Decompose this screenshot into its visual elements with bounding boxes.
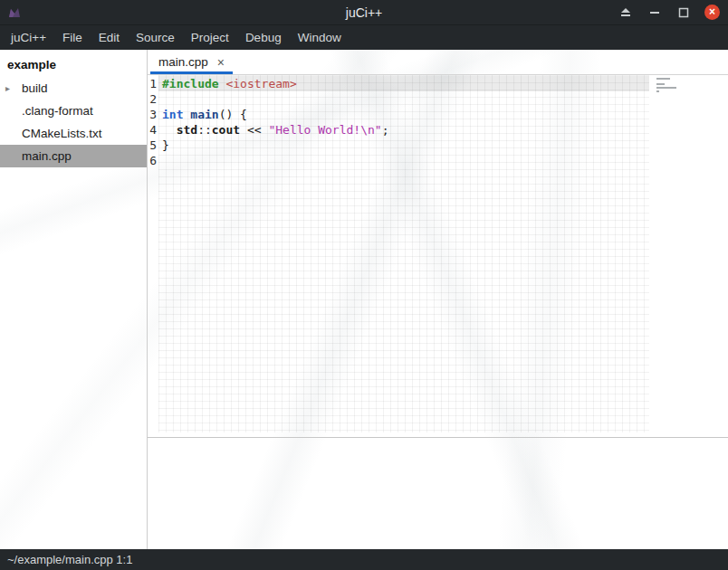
code-text bbox=[158, 153, 162, 168]
line-number: 3 bbox=[148, 107, 158, 122]
code-text: } bbox=[158, 138, 169, 153]
tree-item-label: .clang-format bbox=[22, 104, 93, 118]
code-editor[interactable]: 1#include <iostream> 2 3int main() { 4 s… bbox=[148, 75, 728, 432]
source-map[interactable] bbox=[656, 78, 680, 94]
tree-item-label: build bbox=[22, 81, 48, 95]
status-file-position: ~/example/main.cpp 1:1 bbox=[7, 553, 132, 566]
menu-project[interactable]: Project bbox=[183, 26, 237, 49]
keep-above-icon[interactable] bbox=[618, 5, 633, 20]
code-text: int main() { bbox=[158, 107, 247, 122]
tree-item-build[interactable]: ▸ build bbox=[0, 77, 147, 100]
code-text bbox=[158, 91, 162, 107]
content-area: example ▸ build .clang-format CMakeLists… bbox=[0, 50, 728, 549]
source-map-line bbox=[656, 87, 676, 89]
tabbar: main.cpp × bbox=[148, 50, 728, 75]
code-text: std::cout << "Hello World!\n"; bbox=[158, 122, 388, 138]
titlebar[interactable]: juCi++ × bbox=[0, 0, 728, 25]
tab-close-icon[interactable]: × bbox=[217, 56, 225, 69]
code-lines: 1#include <iostream> 2 3int main() { 4 s… bbox=[148, 75, 728, 168]
editor-column: main.cpp × 1#include <iostream> 2 3int m… bbox=[148, 50, 728, 549]
tree-root-example[interactable]: example bbox=[0, 53, 147, 77]
jucipp-window: juCi++ × juCi++ File Edit Source Project… bbox=[0, 0, 728, 570]
code-line[interactable]: 5} bbox=[148, 138, 728, 153]
close-button[interactable]: × bbox=[704, 5, 720, 20]
maximize-button[interactable] bbox=[675, 5, 691, 20]
tree-item-label: CMakeLists.txt bbox=[22, 127, 102, 140]
tree-item-label: main.cpp bbox=[22, 149, 72, 163]
output-panel[interactable] bbox=[148, 438, 728, 549]
menu-debug[interactable]: Debug bbox=[237, 26, 290, 49]
source-map-line bbox=[656, 90, 659, 92]
code-line[interactable]: 6 bbox=[148, 153, 728, 168]
minimize-button[interactable] bbox=[647, 5, 662, 20]
line-number: 4 bbox=[148, 122, 158, 138]
menu-file[interactable]: File bbox=[54, 26, 91, 49]
statusbar: ~/example/main.cpp 1:1 bbox=[0, 549, 728, 570]
menu-jucipp[interactable]: juCi++ bbox=[3, 26, 54, 49]
file-tree-panel: example ▸ build .clang-format CMakeLists… bbox=[0, 50, 148, 549]
tree-item-main-cpp[interactable]: main.cpp bbox=[0, 145, 147, 167]
source-map-line bbox=[656, 83, 665, 85]
menu-window[interactable]: Window bbox=[290, 26, 350, 49]
jucipp-logo-icon bbox=[7, 5, 23, 20]
source-map-line bbox=[656, 78, 670, 80]
tab-main-cpp[interactable]: main.cpp × bbox=[148, 50, 235, 74]
line-number: 5 bbox=[148, 138, 158, 153]
menu-edit[interactable]: Edit bbox=[91, 26, 128, 49]
code-line[interactable]: 3int main() { bbox=[148, 107, 728, 122]
line-number: 2 bbox=[148, 91, 158, 107]
tab-label: main.cpp bbox=[158, 55, 208, 69]
menu-source[interactable]: Source bbox=[128, 26, 183, 49]
window-controls: × bbox=[618, 5, 728, 20]
code-text: #include <iostream> bbox=[158, 76, 297, 91]
code-line[interactable]: 2 bbox=[148, 91, 728, 107]
line-number: 6 bbox=[148, 153, 158, 168]
tree-item-cmakelists[interactable]: CMakeLists.txt bbox=[0, 122, 147, 145]
tree-item-clang-format[interactable]: .clang-format bbox=[0, 100, 147, 122]
line-number: 1 bbox=[148, 76, 158, 91]
code-line[interactable]: 4 std::cout << "Hello World!\n"; bbox=[148, 122, 728, 138]
menubar: juCi++ File Edit Source Project Debug Wi… bbox=[0, 25, 728, 50]
expander-icon[interactable]: ▸ bbox=[5, 83, 22, 93]
code-line[interactable]: 1#include <iostream> bbox=[148, 76, 728, 91]
